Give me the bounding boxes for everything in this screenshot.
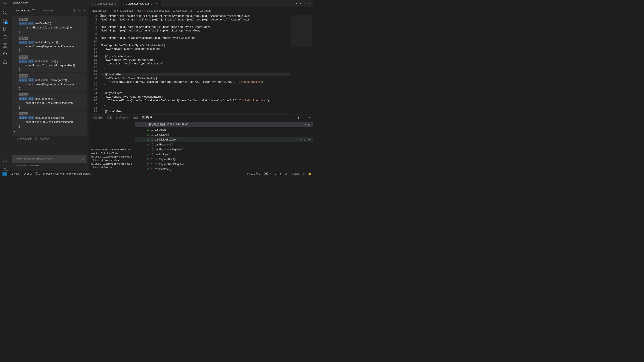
test-result-row[interactable]: ✓⃝⬡testExponent() [135, 142, 314, 147]
run-debug-icon[interactable] [2, 27, 7, 32]
feedback-icon[interactable]: ☺ [302, 172, 305, 175]
branch-status[interactable]: ⎇ main* [10, 172, 20, 175]
breadcrumb-item[interactable]: java-unit-test [92, 9, 107, 12]
terminal-output[interactable]: ▯ %TESTE 9,testDivide(ProblemCalculator.… [89, 121, 135, 171]
breadcrumb-item[interactable]: ProblemCalculator [111, 9, 133, 12]
clear-icon[interactable]: 🗑 [297, 116, 300, 119]
source-control-icon[interactable]: 87 [2, 19, 7, 24]
test-result-row[interactable]: ✓⃝⬡testSquareRootNegative() [135, 162, 314, 167]
code-suggestions[interactable]: @Test public void testDivide() { assertE… [10, 14, 89, 152]
activity-bar: 87 PU [0, 0, 10, 171]
check-icon: ✓⃝ [147, 138, 149, 141]
tab-ask-codegeex[interactable]: Ask CodeGeeXbeta [12, 7, 38, 14]
refresh-icon[interactable]: ↻ [78, 9, 80, 12]
svg-point-9 [4, 168, 6, 169]
svg-rect-5 [6, 44, 7, 45]
accounts-icon[interactable] [2, 158, 7, 163]
code-snippet[interactable]: @Test public void testSquareRootNegative… [12, 73, 86, 91]
error-status[interactable]: ⊘ 18 ⚠ 7 ⓘ 2 [24, 172, 40, 175]
tab-translation[interactable]: Translation [38, 7, 55, 14]
test-result-row[interactable]: ✓⃝⬡testAdd() [135, 127, 314, 132]
close-icon[interactable]: ✕ [155, 2, 158, 5]
more-icon[interactable]: ⋯ [309, 3, 310, 5]
check-icon: ✓⃝ [147, 128, 149, 131]
send-icon[interactable]: ◈ [82, 157, 84, 160]
test-result-row[interactable]: ✓⃝⬡testSubtract() [135, 167, 314, 171]
code-snippet[interactable]: @Test public void testExponent() { asser… [12, 92, 86, 110]
run-test-icon[interactable]: ▷ [304, 138, 306, 141]
test-result-row[interactable]: ✓⃝⬡testDivideByZero()↗▷⟳ [135, 137, 314, 142]
run-test-icon[interactable]: ▷ [308, 123, 310, 126]
settings-icon[interactable]: PU [2, 166, 7, 171]
breadcrumb-item[interactable]: J CalculatorTest.java [144, 9, 170, 12]
editor-area: JCalculator.javaUJCalculatorTest.javaU✕ … [89, 0, 314, 171]
method-icon: ⬡ [151, 148, 153, 151]
check-icon: ✓⃝ [147, 148, 149, 151]
method-icon: ⬡ [151, 133, 153, 136]
editor-tab[interactable]: JCalculatorTest.javaU✕ [120, 0, 161, 7]
test-result-row[interactable]: ✓⃝⬡testSquareRoot() [135, 157, 314, 162]
breadcrumb-item[interactable]: test [137, 9, 141, 12]
chevron-down-icon: ⌄ [141, 123, 143, 126]
panel-tab-output[interactable]: 输出 [107, 116, 112, 120]
codegeex-icon[interactable] [2, 51, 7, 56]
svg-point-0 [3, 11, 6, 14]
panel-tab-terminal[interactable]: 终端 [133, 116, 138, 120]
method-icon: ⬡ [151, 128, 153, 131]
editor-body[interactable]: 3456789101112131415161718192021222324252… [89, 14, 314, 115]
diff-icon[interactable]: ⇆ [300, 3, 301, 5]
extensions-icon[interactable] [2, 43, 7, 48]
notifications-icon[interactable]: 🔔 [308, 172, 312, 175]
search-icon[interactable] [2, 10, 7, 15]
close-panel-icon[interactable]: ✕ [308, 116, 310, 119]
encoding-status[interactable]: UTF-8 [274, 172, 282, 175]
python-status[interactable]: ▷ Python: Current File (my-python-projec… [44, 172, 91, 175]
panel-tab-debug[interactable]: 调试控制台 [116, 116, 128, 120]
test-results: ⌄ ✓⃝ 测试运行时间: 2023/8/9 14:58:00 ↗▷ ✓⃝⬡tes… [135, 121, 314, 171]
goto-icon[interactable]: ↗ [300, 138, 302, 141]
collapse-icon[interactable]: ⌃ [303, 116, 305, 119]
test-result-row[interactable]: ✓⃝⬡testDivide() [135, 132, 314, 137]
editor-tab[interactable]: JCalculator.javaU [89, 0, 120, 7]
scm-badge: 87 [4, 22, 8, 24]
method-icon: ⬡ [151, 138, 153, 141]
panel-tab-problems[interactable]: 问题27 [92, 116, 103, 120]
split-icon[interactable]: ◫ [304, 3, 306, 5]
run-icon[interactable]: ▷▾ [295, 3, 297, 5]
sidebar: CODEGEEX Ask CodeGeeXbeta Translation ⎘ … [10, 0, 89, 171]
code-snippet[interactable]: @Test public void testDivideByZero() { a… [12, 35, 86, 54]
explorer-icon[interactable] [2, 2, 7, 7]
svg-rect-7 [6, 46, 7, 47]
testing-icon[interactable] [2, 59, 7, 64]
remote-icon[interactable]: ⤢ [2, 171, 7, 175]
svg-rect-4 [3, 44, 4, 45]
goto-icon[interactable]: ↗ [304, 123, 306, 126]
breadcrumb[interactable]: java-unit-test›ProblemCalculator›test›J … [89, 7, 314, 14]
code-snippet[interactable]: @Test public void testSquareRoot() { ass… [12, 54, 86, 73]
clipboard-icon[interactable]: ⎘ [73, 9, 75, 12]
test-run-header[interactable]: ⌄ ✓⃝ 测试运行时间: 2023/8/9 14:58:00 ↗▷ [135, 122, 314, 127]
debug-test-icon[interactable]: ⟳ [308, 138, 310, 141]
breadcrumb-item[interactable]: ⬡ testAdd() [197, 9, 211, 12]
status-bar: ⤢ ⎇ main* ⊘ 18 ⚠ 7 ⓘ 2 ▷ Python: Current… [0, 171, 314, 176]
bookmark-icon[interactable] [2, 35, 7, 40]
method-icon: ⬡ [151, 163, 153, 166]
method-icon: ⬡ [151, 143, 153, 146]
eol-status[interactable]: LF [285, 172, 288, 175]
sidebar-title: CODEGEEX [10, 0, 89, 7]
code-snippet[interactable]: @Test public void testExponentNegative()… [12, 111, 86, 129]
code-snippet[interactable]: @Test public void testDivide() { assertE… [12, 16, 86, 35]
test-result-row[interactable]: ✓⃝⬡testMultiply() [135, 152, 314, 157]
question-input-box[interactable]: ◈ [12, 155, 86, 163]
breadcrumb-item[interactable]: ⬡ CalculatorTest [173, 9, 193, 12]
minimap[interactable] [290, 14, 314, 115]
svg-point-2 [3, 22, 4, 23]
test-result-row[interactable]: ✓⃝⬡testExponentNegative() [135, 147, 314, 152]
add-icon[interactable]: + [84, 9, 86, 12]
svg-rect-6 [3, 46, 4, 47]
cursor-position[interactable]: 行 19，列 9 [247, 172, 260, 175]
panel-tab-results[interactable]: 测试结果 [142, 116, 152, 120]
indent-status[interactable]: 空格: 4 [264, 172, 271, 175]
question-input[interactable] [15, 157, 82, 160]
lang-status[interactable]: { } Java [291, 172, 300, 175]
